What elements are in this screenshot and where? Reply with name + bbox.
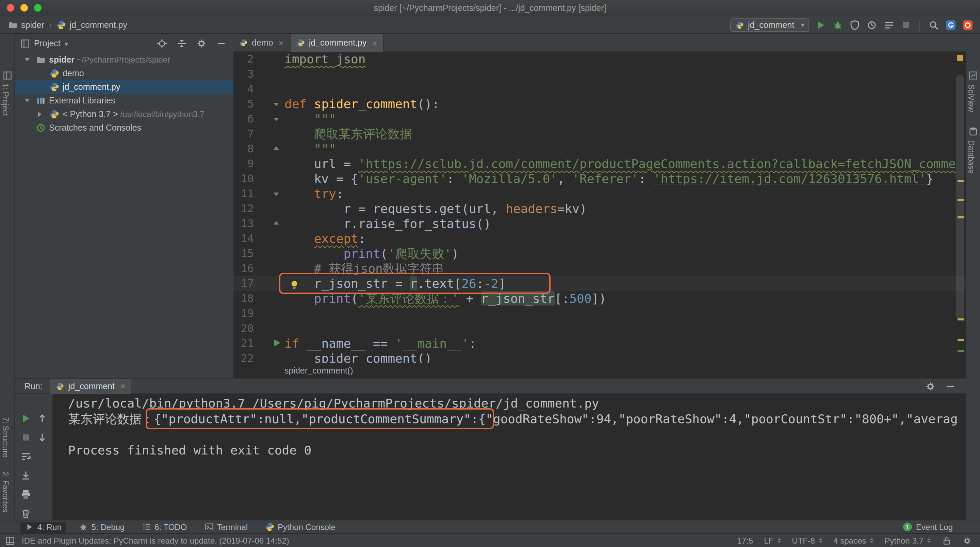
status-widget-17-5[interactable]: 17:5 [737, 536, 753, 545]
tree-expanded-chevron[interactable] [24, 58, 30, 61]
database-stripe-icon[interactable] [969, 127, 978, 136]
debug-button[interactable] [832, 19, 843, 30]
close-tab-icon[interactable]: × [279, 38, 284, 48]
stack-down-button[interactable] [37, 432, 48, 443]
hide-button[interactable] [945, 381, 956, 391]
plugin-orange-button[interactable] [962, 19, 973, 30]
tree-expanded-chevron[interactable] [24, 99, 30, 102]
code-line-17[interactable]: 17 r_json_str = r.text[26:-2] [234, 276, 966, 291]
fold-collapse-icon[interactable] [274, 192, 279, 196]
stripe-button-favorites[interactable]: 2: Favorites [2, 471, 10, 512]
code-line-10[interactable]: 10 kv = {'user-agent': 'Mozilla/5.0', 'R… [234, 172, 966, 186]
gutter[interactable] [254, 67, 285, 82]
nav-crumb-jd-comment-py[interactable]: jd_comment.py [69, 20, 127, 30]
tree-item-python-3-7[interactable]: < Python 3.7 > /usr/local/bin/python3.7 [15, 108, 234, 121]
stop-button[interactable] [900, 19, 911, 30]
gutter[interactable] [254, 351, 285, 363]
code-line-22[interactable]: 22 spider_comment() [234, 351, 966, 363]
clear-all-button[interactable] [21, 508, 31, 519]
lock-icon[interactable] [942, 536, 951, 545]
background-tasks-icon[interactable] [962, 536, 972, 545]
tree-item-spider[interactable]: spider ~/PycharmProjects/spider [15, 53, 234, 67]
code-line-14[interactable]: 14 except: [234, 231, 966, 246]
zoom-window-button[interactable] [34, 4, 41, 11]
tree-item-external-libraries[interactable]: External Libraries [15, 94, 234, 108]
profiler-button[interactable] [866, 19, 877, 30]
code-line-9[interactable]: 9 url = 'https://sclub.jd.com/comment/pr… [234, 156, 966, 172]
tree-item-demo[interactable]: demo [15, 67, 234, 80]
editor[interactable]: 2import json345def spider_comment():6 ""… [234, 52, 966, 363]
stripe-button-sciview[interactable]: SciView [967, 84, 975, 112]
stop-button[interactable] [21, 432, 31, 443]
stripe-button-project[interactable]: 1: Project [2, 83, 10, 116]
code-line-8[interactable]: 8 """ [234, 142, 966, 156]
gutter[interactable] [254, 172, 285, 186]
settings-button[interactable] [196, 38, 207, 49]
code-line-4[interactable]: 4 [234, 82, 966, 97]
status-widget-lf[interactable]: LF [764, 536, 781, 545]
tree-item-scratches-and-consoles[interactable]: Scratches and Consoles [15, 121, 234, 135]
rerun-button[interactable] [21, 413, 31, 424]
gutter[interactable] [254, 97, 285, 111]
fold-collapse-icon[interactable] [274, 118, 279, 121]
locate-button[interactable] [156, 38, 167, 49]
warning-stripe-mark[interactable] [958, 180, 964, 182]
chevron-down-icon[interactable]: ▾ [65, 40, 68, 47]
code-line-5[interactable]: 5def spider_comment(): [234, 97, 966, 111]
gutter[interactable] [254, 231, 285, 246]
info-stripe-mark[interactable] [958, 350, 964, 352]
run-console-output[interactable]: /usr/local/bin/python3.7 /Users/pig/Pych… [53, 394, 966, 520]
code-line-21[interactable]: 21if __name__ == '__main__': [234, 336, 966, 351]
gutter[interactable] [254, 52, 285, 67]
warning-stripe-mark[interactable] [958, 318, 964, 320]
hide-button[interactable] [216, 38, 227, 49]
scroll-to-end-button[interactable] [21, 470, 31, 481]
toolwindow-button-terminal[interactable]: Terminal [205, 522, 248, 532]
close-window-button[interactable] [7, 4, 14, 11]
minimize-window-button[interactable] [21, 4, 28, 11]
fold-end-icon[interactable] [274, 221, 279, 224]
concurrency-diagram-button[interactable] [883, 19, 894, 30]
plugin-blue-button[interactable] [945, 19, 956, 30]
gutter[interactable] [254, 336, 285, 351]
gutter[interactable] [254, 246, 285, 261]
soft-wrap-button[interactable] [21, 451, 31, 462]
run-config-selector[interactable]: jd_comment▾ [730, 18, 809, 32]
stripe-button-database[interactable]: Database [967, 140, 975, 173]
search-everywhere-button[interactable] [928, 19, 939, 30]
inspection-status-icon[interactable] [957, 55, 963, 61]
toolwindow-button-debug[interactable]: 5: Debug [79, 522, 124, 532]
gutter[interactable] [254, 186, 285, 201]
warning-stripe-mark[interactable] [958, 216, 964, 218]
status-message[interactable]: IDE and Plugin Updates: PyCharm is ready… [22, 536, 289, 545]
sciview-stripe-icon[interactable] [969, 71, 978, 80]
status-widget-python-3-7[interactable]: Python 3.7 [885, 536, 931, 545]
code-line-19[interactable]: 19 [234, 306, 966, 321]
editor-tab-jd-comment-py[interactable]: jd_comment.py× [291, 34, 384, 52]
tree-item-jd-comment-py[interactable]: jd_comment.py [15, 80, 234, 94]
gutter[interactable] [254, 111, 285, 127]
project-panel-title[interactable]: Project [34, 39, 60, 48]
code-line-13[interactable]: 13 r.raise_for_status() [234, 216, 966, 231]
code-line-12[interactable]: 12 r = requests.get(url, headers=kv) [234, 201, 966, 216]
nav-crumb-spider[interactable]: spider [21, 20, 44, 30]
gutter[interactable] [254, 82, 285, 97]
status-widget-utf-8[interactable]: UTF-8 [792, 536, 822, 545]
code-line-20[interactable]: 20 [234, 321, 966, 336]
code-line-7[interactable]: 7 爬取某东评论数据 [234, 127, 966, 142]
gutter[interactable] [254, 156, 285, 172]
run-button[interactable] [815, 19, 826, 30]
fold-end-icon[interactable] [274, 146, 279, 149]
code-line-3[interactable]: 3 [234, 67, 966, 82]
code-line-11[interactable]: 11 try: [234, 186, 966, 201]
toolwindow-button-todo[interactable]: 6: TODO [142, 522, 187, 532]
run-tab[interactable]: jd_comment× [51, 378, 130, 394]
gutter[interactable] [254, 306, 285, 321]
breadcrumb-function[interactable]: spider_comment() [285, 366, 353, 375]
intention-bulb-icon[interactable] [289, 278, 299, 288]
editor-scrollbar[interactable] [956, 75, 964, 320]
code-line-15[interactable]: 15 print('爬取失败') [234, 246, 966, 261]
stripe-button-structure[interactable]: 7: Structure [2, 417, 10, 458]
gutter[interactable] [254, 201, 285, 216]
warning-stripe-mark[interactable] [958, 199, 964, 201]
